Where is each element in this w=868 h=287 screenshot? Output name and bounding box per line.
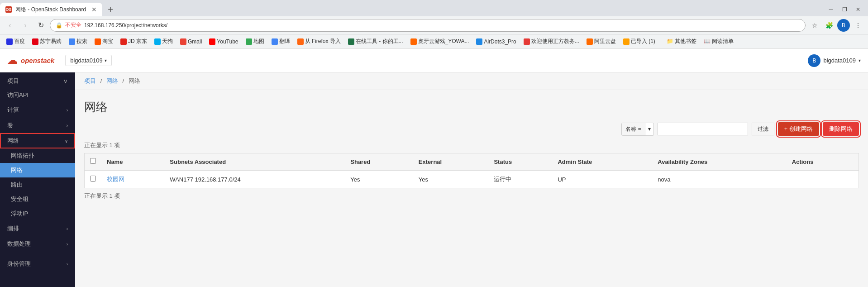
project-selector[interactable]: bigdata0109 ▾ bbox=[65, 55, 112, 66]
table-row: 校园网 WAN177 192.168.177.0/24 Yes Yes 运行中 … bbox=[85, 170, 859, 188]
create-network-button[interactable]: + 创建网络 bbox=[778, 122, 819, 136]
row-subnets: WAN177 192.168.177.0/24 bbox=[164, 170, 345, 188]
tiger-icon bbox=[410, 38, 417, 45]
fanyi-icon bbox=[272, 38, 278, 45]
sidebar-subitem-router[interactable]: 路由 bbox=[0, 177, 75, 192]
col-status: Status bbox=[488, 153, 552, 171]
col-admin-state: Admin State bbox=[552, 153, 652, 171]
sidebar-item-network[interactable]: 网络 ∨ bbox=[0, 133, 75, 148]
bookmark-other[interactable]: 📁 其他书签 bbox=[664, 37, 699, 46]
security-icon: 🔒 bbox=[56, 22, 62, 29]
sidebar-subitem-floating-ip[interactable]: 浮动IP bbox=[0, 206, 75, 221]
col-subnets: Subnets Associated bbox=[164, 153, 345, 171]
jd-icon bbox=[120, 38, 127, 45]
sidebar: 项目 ∨ 访问API 计算 › 卷 › 网络 ∨ 网络拓扑 bbox=[0, 72, 75, 287]
content-area: 项目 / 网络 / 网络 网络 名称 = ▾ 过滤 + 创建网络 删除网络 bbox=[75, 72, 868, 287]
youtube-icon bbox=[209, 38, 215, 45]
browser-chrome: OS 网络 - OpenStack Dashboard ✕ + ─ ❐ ✕ ‹ … bbox=[0, 0, 868, 49]
reload-button[interactable]: ↻ bbox=[34, 19, 47, 32]
minimize-button[interactable]: ─ bbox=[825, 3, 837, 16]
header-user[interactable]: B bigdata0109 ▾ bbox=[808, 54, 861, 67]
browser-controls: ‹ › ↻ 🔒 不安全 192.168.176.250/project/netw… bbox=[0, 16, 868, 34]
back-button[interactable]: ‹ bbox=[4, 19, 16, 32]
logo-text: openstack bbox=[21, 57, 54, 64]
bookmark-imported[interactable]: 已导入 (1) bbox=[620, 37, 658, 46]
bookmark-air[interactable]: AirDots3_Pro bbox=[473, 38, 519, 46]
bookmark-official[interactable]: 欢迎使用正方教务... bbox=[521, 37, 582, 46]
sidebar-item-orchestration[interactable]: 编排 › bbox=[0, 221, 75, 236]
orch-chevron-icon: › bbox=[67, 226, 68, 231]
bookmark-baidu[interactable]: 百度 bbox=[4, 37, 28, 46]
sidebar-subitem-topology[interactable]: 网络拓扑 bbox=[0, 148, 75, 163]
network-link[interactable]: 校园网 bbox=[107, 176, 124, 182]
close-window-button[interactable]: ✕ bbox=[852, 3, 864, 16]
app: ☁ openstack bigdata0109 ▾ B bigdata0109 … bbox=[0, 49, 868, 287]
imported-icon bbox=[623, 38, 630, 45]
active-tab[interactable]: OS 网络 - OpenStack Dashboard ✕ bbox=[0, 3, 102, 16]
extensions-button[interactable]: 🧩 bbox=[823, 19, 835, 32]
page-content: 网络 名称 = ▾ 过滤 + 创建网络 删除网络 正在显示 1 项 bbox=[75, 90, 868, 209]
url-text: 192.168.176.250/project/networks/ bbox=[84, 22, 167, 29]
select-all-checkbox[interactable] bbox=[90, 158, 96, 164]
sidebar-item-api[interactable]: 访问API bbox=[0, 88, 75, 102]
firefox-icon bbox=[297, 38, 304, 45]
identity-label: 身份管理 bbox=[7, 260, 31, 268]
row-name: 校园网 bbox=[101, 170, 164, 188]
sidebar-section-identity[interactable]: 身份管理 › bbox=[0, 255, 75, 271]
close-tab-icon[interactable]: ✕ bbox=[91, 6, 97, 13]
gmail-icon bbox=[180, 38, 186, 45]
bookmark-map[interactable]: 地图 bbox=[243, 37, 267, 46]
row-admin-state: UP bbox=[552, 170, 652, 188]
breadcrumb-network[interactable]: 网络 bbox=[106, 77, 118, 84]
address-bar[interactable]: 🔒 不安全 192.168.176.250/project/networks/ bbox=[50, 19, 806, 32]
row-select-checkbox[interactable] bbox=[90, 176, 96, 182]
identity-chevron-icon: › bbox=[67, 262, 68, 267]
page-title: 网络 bbox=[84, 99, 859, 115]
online-icon bbox=[348, 38, 354, 45]
new-tab-button[interactable]: + bbox=[104, 3, 117, 16]
user-profile-button[interactable]: B bbox=[837, 19, 850, 32]
col-external: External bbox=[413, 153, 489, 171]
bookmark-reading[interactable]: 📖 阅读清单 bbox=[701, 37, 736, 46]
bookmark-tiger[interactable]: 虎牙云游戏_YOWA... bbox=[408, 37, 472, 46]
bookmark-suning[interactable]: 苏宁易购 bbox=[29, 37, 64, 46]
forward-button[interactable]: › bbox=[19, 19, 32, 32]
bookmark-online-tool[interactable]: 在线工具 - 你的工... bbox=[345, 37, 406, 46]
filter-input[interactable] bbox=[658, 123, 748, 135]
bookmark-youtube[interactable]: YouTube bbox=[206, 38, 241, 46]
maximize-button[interactable]: ❐ bbox=[838, 3, 851, 16]
bookmark-ali[interactable]: 阿里云盘 bbox=[584, 37, 619, 46]
bookmark-firefox[interactable]: 从 Firefox 导入 bbox=[295, 37, 343, 46]
networks-table: Name Subnets Associated Shared External … bbox=[84, 153, 859, 188]
bookmark-separator bbox=[661, 38, 661, 46]
sidebar-item-volume[interactable]: 卷 › bbox=[0, 118, 75, 133]
bookmark-gmail[interactable]: Gmail bbox=[177, 38, 205, 46]
bookmark-tiangou[interactable]: 天狗 bbox=[152, 37, 176, 46]
filter-button[interactable]: 过滤 bbox=[752, 123, 774, 135]
sidebar-subitem-network[interactable]: 网络 bbox=[0, 163, 75, 177]
bookmark-taobao[interactable]: 淘宝 bbox=[92, 37, 116, 46]
bookmark-search[interactable]: 搜索 bbox=[66, 37, 90, 46]
col-availability-zones: Availability Zones bbox=[652, 153, 787, 171]
sidebar-section-chevron: ∨ bbox=[63, 78, 68, 85]
bookmark-star-button[interactable]: ☆ bbox=[808, 19, 821, 32]
tab-bar: OS 网络 - OpenStack Dashboard ✕ + ─ ❐ ✕ bbox=[0, 0, 868, 16]
network-chevron-icon: ∨ bbox=[65, 139, 68, 144]
sidebar-section-label: 项目 bbox=[7, 77, 19, 85]
suning-icon bbox=[32, 38, 38, 45]
row-az: nova bbox=[652, 170, 787, 188]
app-header: ☁ openstack bigdata0109 ▾ B bigdata0109 … bbox=[0, 49, 868, 72]
bookmark-jd[interactable]: JD 京东 bbox=[118, 37, 150, 46]
sidebar-subitem-security-group[interactable]: 安全组 bbox=[0, 192, 75, 206]
delete-network-button[interactable]: 删除网络 bbox=[823, 122, 859, 136]
sidebar-section-project[interactable]: 项目 ∨ bbox=[0, 72, 75, 88]
sidebar-item-compute[interactable]: 计算 › bbox=[0, 102, 75, 118]
menu-button[interactable]: ⋮ bbox=[852, 19, 864, 32]
col-checkbox bbox=[85, 153, 102, 171]
filter-dropdown-icon[interactable]: ▾ bbox=[645, 124, 653, 134]
sidebar-item-data-processing[interactable]: 数据处理 › bbox=[0, 236, 75, 252]
logo-icon: ☁ bbox=[7, 55, 17, 67]
breadcrumb: 项目 / 网络 / 网络 bbox=[75, 72, 868, 90]
bookmark-fanyi[interactable]: 翻译 bbox=[269, 37, 293, 46]
breadcrumb-project[interactable]: 项目 bbox=[84, 77, 96, 84]
